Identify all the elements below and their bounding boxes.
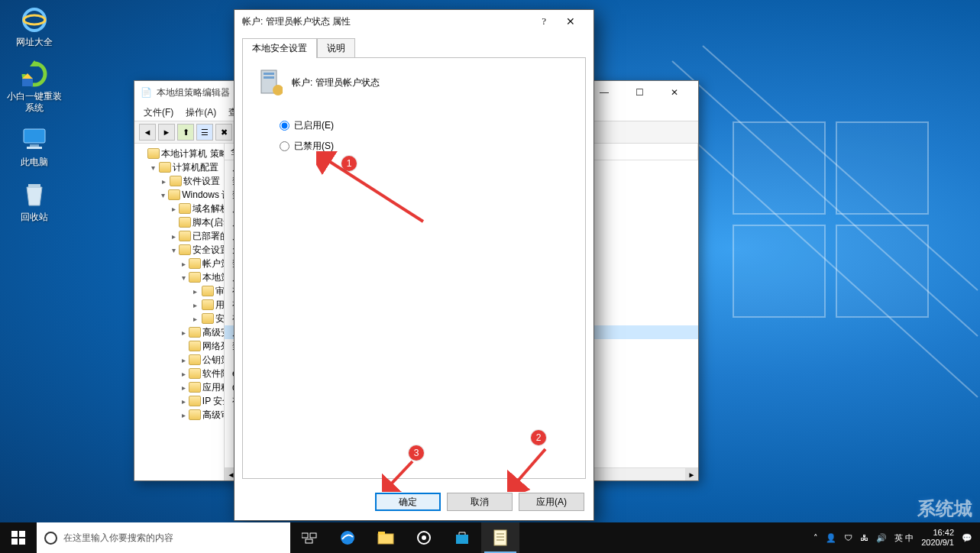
folder-icon [147, 148, 160, 159]
taskbar-search[interactable]: 在这里输入你要搜索的内容 [37, 522, 290, 553]
radio-enabled[interactable]: 已启用(E) [280, 119, 570, 132]
tree-item[interactable]: 脚本(启动 [134, 215, 224, 229]
tree-caret-icon[interactable]: ▸ [159, 177, 168, 186]
tree-item[interactable]: ▸公钥策 [134, 353, 224, 367]
tray-shield-icon[interactable]: 🛡 [844, 533, 852, 542]
tab-local-security[interactable]: 本地安全设置 [242, 38, 317, 58]
taskbar-store[interactable] [443, 522, 481, 553]
folder-icon [179, 217, 191, 228]
folder-icon [202, 313, 214, 324]
tree-item[interactable]: 网络列 [134, 339, 224, 353]
close-button[interactable]: ✕ [555, 12, 586, 31]
tree-caret-icon[interactable]: ▸ [191, 287, 200, 296]
taskbar-notepad[interactable] [481, 522, 519, 553]
desktop-icon-thispc[interactable]: 此电脑 [6, 125, 63, 167]
svg-rect-10 [22, 79, 33, 86]
tray-chevron-up-icon[interactable]: ˄ [813, 533, 818, 543]
toolbar-details-button[interactable]: ☰ [196, 124, 213, 141]
tree-item[interactable]: ▸高级审 [134, 408, 224, 422]
svg-rect-15 [28, 184, 40, 187]
tray-notifications-icon[interactable]: 💬 [962, 533, 972, 543]
toolbar-back-button[interactable]: ◄ [139, 124, 156, 141]
scroll-right-button[interactable]: ► [685, 468, 698, 480]
tree-item[interactable]: ▸安 [134, 312, 224, 325]
tab-explain[interactable]: 说明 [317, 38, 355, 58]
start-button[interactable] [0, 522, 37, 553]
tree-caret-icon[interactable]: ▸ [180, 370, 187, 378]
policy-name-label: 帐户: 管理员帐户状态 [292, 76, 380, 89]
tray-ime[interactable]: 英 中 [894, 532, 914, 544]
ok-button[interactable]: 确定 [375, 493, 441, 511]
tree-caret-icon[interactable]: ▾ [180, 273, 187, 282]
tree-caret-icon[interactable]: ▸ [180, 411, 187, 419]
tree-caret-icon[interactable]: ▸ [180, 260, 187, 268]
tree-caret-icon[interactable]: ▸ [180, 383, 187, 392]
radio-disabled[interactable]: 已禁用(S) [280, 140, 570, 153]
tree-item[interactable]: ▸应用程 [134, 380, 224, 394]
tree-caret-icon[interactable]: ▸ [170, 232, 177, 241]
toolbar-delete-button[interactable]: ✖ [215, 124, 232, 141]
gpedit-close-button[interactable]: ✕ [657, 81, 692, 104]
taskbar-explorer[interactable] [367, 522, 405, 553]
radio-disabled-input[interactable] [280, 141, 289, 151]
apply-button[interactable]: 应用(A) [519, 493, 584, 511]
tree-caret-icon[interactable]: ▸ [191, 301, 200, 309]
tree-caret-icon[interactable]: ▸ [191, 315, 200, 323]
tree-caret-icon[interactable]: ▸ [180, 356, 187, 364]
tray-volume-icon[interactable]: 🔊 [876, 533, 887, 543]
gpedit-tree[interactable]: 本地计算机 策略▾计算机配置▸软件设置▾Windows 设▸域名解析脚本(启动▸… [134, 144, 225, 480]
tree-caret-icon[interactable]: ▾ [170, 246, 177, 254]
gpedit-maximize-button[interactable]: ☐ [622, 81, 657, 104]
svg-rect-30 [302, 533, 308, 538]
help-button[interactable]: ? [532, 12, 555, 31]
folder-icon [189, 396, 201, 406]
taskbar-settings[interactable] [405, 522, 443, 553]
desktop-icon-browser[interactable]: 网址大全 [6, 5, 63, 47]
tree-item[interactable]: ▸域名解析 [134, 202, 224, 215]
tray-network-icon[interactable]: 🖧 [860, 533, 868, 542]
task-view-button[interactable] [290, 522, 328, 553]
tree-item[interactable]: ▾本地策 [134, 270, 224, 284]
folder-icon [179, 203, 191, 214]
toolbar-up-button[interactable]: ⬆ [177, 124, 194, 141]
tree-item-label: 软件设置 [183, 175, 220, 188]
tree-item[interactable]: ▾计算机配置 [134, 160, 224, 174]
tree-item[interactable]: ▾安全设置 [134, 243, 224, 257]
desktop-icon-recyclebin[interactable]: 回收站 [6, 179, 63, 222]
tree-item[interactable]: ▸用 [134, 298, 224, 312]
folder-icon [189, 409, 201, 420]
desktop-icon-reinstall[interactable]: 小白一键重装系统 [6, 59, 63, 113]
tree-item[interactable]: ▸软件限 [134, 367, 224, 380]
menu-action[interactable]: 操作(A) [181, 106, 221, 119]
tree-item-label: 用 [215, 299, 225, 312]
tree-caret-icon[interactable]: ▾ [159, 191, 167, 199]
server-icon [258, 69, 283, 96]
taskbar-edge[interactable] [328, 522, 367, 553]
tree-item[interactable]: ▸审 [134, 284, 224, 298]
tree-item[interactable]: 本地计算机 策略 [134, 147, 224, 160]
radio-enabled-input[interactable] [280, 121, 289, 131]
tray-people-icon[interactable]: 👤 [826, 533, 836, 543]
svg-rect-38 [456, 535, 468, 544]
tree-caret-icon[interactable]: ▸ [180, 328, 187, 337]
tree-item[interactable]: ▸IP 安全 [134, 394, 224, 408]
properties-titlebar[interactable]: 帐户: 管理员帐户状态 属性 ? ✕ [234, 10, 593, 33]
tree-item[interactable]: ▸帐户策 [134, 257, 224, 270]
tree-caret-icon[interactable]: ▸ [180, 397, 187, 406]
tree-item[interactable]: ▸已部署的 [134, 229, 224, 243]
menu-file[interactable]: 文件(F) [139, 106, 178, 119]
folder-icon [189, 368, 201, 379]
cancel-button[interactable]: 取消 [447, 493, 513, 511]
tree-item-label: 本地计算机 策略 [161, 147, 224, 160]
recycle-icon [19, 59, 50, 89]
tree-caret-icon[interactable]: ▾ [148, 163, 157, 172]
toolbar-forward-button[interactable]: ► [158, 124, 175, 141]
tree-item[interactable]: ▸高级安 [134, 325, 224, 339]
folder-icon [159, 162, 171, 173]
tree-caret-icon[interactable]: ▸ [170, 205, 177, 213]
tree-item[interactable]: ▾Windows 设 [134, 188, 224, 202]
folder-icon [189, 327, 201, 338]
tray-clock[interactable]: 16:42 2020/9/1 [921, 528, 954, 548]
tree-item[interactable]: ▸软件设置 [134, 174, 224, 188]
radio-group: 已启用(E) 已禁用(S) [280, 119, 570, 153]
